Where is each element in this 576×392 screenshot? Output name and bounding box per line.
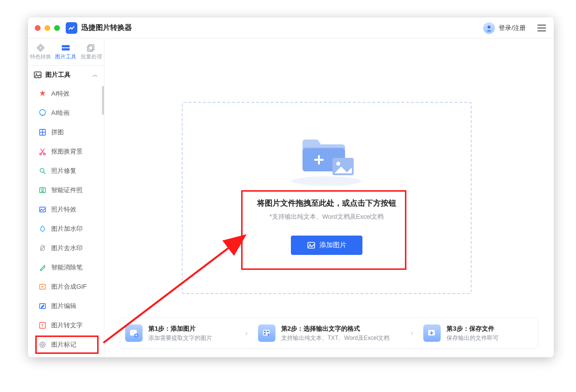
dropzone[interactable]: 将图片文件拖拽至此处，或点击下方按钮 *支持输出纯文本、Word文档及Excel… <box>182 102 472 294</box>
svg-point-32 <box>292 176 361 186</box>
svg-line-16 <box>43 172 45 174</box>
dropzone-heading: 将图片文件拖拽至此处，或点击下方按钮 <box>257 198 396 209</box>
step-chevron-icon: › <box>242 329 251 337</box>
svg-point-26 <box>40 342 45 348</box>
nav-label: 照片特效 <box>51 205 76 214</box>
nav-label: 智能证件照 <box>51 186 83 195</box>
step-chevron-icon: › <box>407 329 417 337</box>
titlebar: 迅捷图片转换器 登录/注册 <box>28 17 554 39</box>
dropzone-subtext: *支持输出纯文本、Word文档及Excel文档 <box>270 212 384 221</box>
svg-marker-22 <box>42 286 44 288</box>
nav-ai-paint[interactable]: AI绘画 <box>28 103 104 123</box>
svg-point-0 <box>488 26 490 28</box>
window-controls <box>35 25 60 31</box>
minimize-window-button[interactable] <box>44 25 50 31</box>
nav-label: AI特效 <box>51 89 70 98</box>
svg-point-27 <box>42 344 43 346</box>
nav-label: 智能消除笔 <box>51 263 83 272</box>
svg-point-37 <box>336 162 340 166</box>
nav-label: 照片修复 <box>51 167 76 175</box>
nav-photo-repair[interactable]: 照片修复 <box>28 161 104 181</box>
tab-image-tools[interactable]: 图片工具 <box>53 39 78 65</box>
section-header[interactable]: 图片工具 ︿ <box>28 66 104 84</box>
svg-rect-44 <box>267 331 269 332</box>
nav-image-to-text[interactable]: T 图片转文字 <box>28 316 104 335</box>
svg-rect-5 <box>88 45 94 50</box>
step-2-title: 第2步：选择输出文字的格式 <box>281 324 389 333</box>
svg-rect-6 <box>87 46 93 51</box>
main-content: 将图片文件拖拽至此处，或点击下方按钮 *支持输出纯文本、Word文档及Excel… <box>104 39 554 357</box>
step-3-title: 第3步：保存文件 <box>446 324 499 333</box>
svg-marker-1 <box>37 44 44 51</box>
step-1-icon <box>125 324 143 342</box>
menu-button[interactable] <box>536 23 547 33</box>
nav-label: 图片标记 <box>51 340 76 349</box>
steps-footer: 第1步：添加图片 添加需要提取文字的图片 › 第2步：选择输出文字的格式 支持输… <box>120 318 538 349</box>
nav-cutout-bg[interactable]: 抠图换背景 <box>28 142 104 161</box>
svg-text:T: T <box>42 323 44 328</box>
nav-list: AI特效 AI绘画 拼图 抠图换背景 照片修复 <box>28 84 104 357</box>
svg-rect-45 <box>264 333 266 335</box>
tab-label: 特色转换 <box>30 53 51 60</box>
step-2: 第2步：选择输出文字的格式 支持输出纯文本、TXT、Word及Excel文档 <box>258 324 401 342</box>
svg-rect-4 <box>62 47 70 48</box>
svg-point-18 <box>42 189 43 191</box>
nav-label: 图片合成GIF <box>51 282 87 291</box>
nav-id-photo[interactable]: 智能证件照 <box>28 181 104 200</box>
nav-label: 拼图 <box>51 128 64 137</box>
nav-label: AI绘画 <box>51 109 70 117</box>
step-2-icon <box>258 324 275 342</box>
dropzone-folder-icon <box>288 129 365 187</box>
login-register-button[interactable]: 登录/注册 <box>483 22 526 34</box>
nav-gif-compose[interactable]: 图片合成GIF <box>28 277 104 296</box>
svg-point-9 <box>42 115 43 116</box>
svg-point-8 <box>36 73 37 74</box>
app-logo-icon <box>66 22 77 34</box>
category-tabs: 特色转换 图片工具 批量处理 <box>28 39 104 66</box>
step-1-desc: 添加需要提取文字的图片 <box>148 334 212 342</box>
scrollbar-thumb[interactable] <box>102 86 104 115</box>
section-title: 图片工具 <box>45 70 71 79</box>
nav-label: 图片加水印 <box>51 224 83 233</box>
sidebar: 特色转换 图片工具 批量处理 图片工具 ︿ <box>28 39 104 357</box>
close-window-button[interactable] <box>35 25 41 31</box>
image-icon <box>307 241 316 250</box>
nav-label: 图片去水印 <box>51 244 83 252</box>
nav-smart-erase[interactable]: 智能消除笔 <box>28 258 104 277</box>
nav-image-annotate[interactable]: 图片标记 <box>28 335 104 354</box>
nav-photo-effects[interactable]: 照片特效 <box>28 200 104 219</box>
avatar-icon <box>483 22 495 34</box>
app-window: 迅捷图片转换器 登录/注册 特色转换 图 <box>28 17 554 357</box>
add-image-label: 添加图片 <box>319 241 346 250</box>
step-2-desc: 支持输出纯文本、TXT、Word及Excel文档 <box>281 334 389 342</box>
svg-point-39 <box>309 244 311 245</box>
step-3-desc: 保存输出的文件即可 <box>446 334 499 342</box>
step-3-icon <box>423 324 441 342</box>
tab-label: 批量处理 <box>81 53 102 60</box>
svg-rect-43 <box>264 331 266 332</box>
nav-image-edit[interactable]: 图片编辑 <box>28 296 104 316</box>
tab-special-convert[interactable]: 特色转换 <box>28 39 53 65</box>
tab-batch-process[interactable]: 批量处理 <box>79 39 104 65</box>
nav-ai-effects[interactable]: AI特效 <box>28 84 104 103</box>
nav-remove-watermark[interactable]: 图片去水印 <box>28 238 104 258</box>
step-3: 第3步：保存文件 保存输出的文件即可 <box>423 324 533 342</box>
nav-label: 图片编辑 <box>51 302 76 310</box>
svg-rect-19 <box>40 207 45 212</box>
tab-label: 图片工具 <box>55 53 76 60</box>
add-image-button[interactable]: 添加图片 <box>291 236 362 255</box>
svg-marker-2 <box>39 46 43 49</box>
chevron-up-icon: ︿ <box>92 71 98 79</box>
nav-collage[interactable]: 拼图 <box>28 123 104 142</box>
maximize-window-button[interactable] <box>54 25 60 31</box>
step-1-title: 第1步：添加图片 <box>148 324 212 333</box>
step-1: 第1步：添加图片 添加需要提取文字的图片 <box>125 324 235 342</box>
nav-label: 抠图换背景 <box>51 147 83 156</box>
nav-label: 图片转文字 <box>51 321 83 330</box>
login-label: 登录/注册 <box>499 24 526 32</box>
nav-add-watermark[interactable]: 图片加水印 <box>28 219 104 238</box>
app-title: 迅捷图片转换器 <box>81 23 132 32</box>
svg-point-15 <box>40 168 44 172</box>
